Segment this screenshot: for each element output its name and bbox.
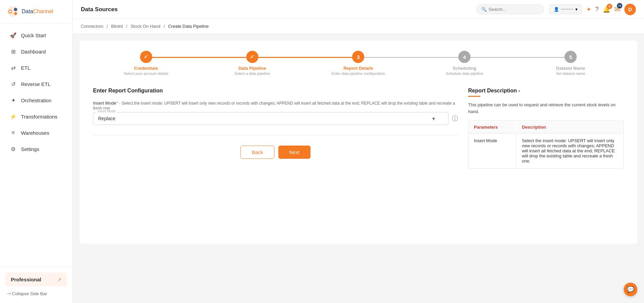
collapse-sidebar-button[interactable]: ⊣ Collapse Side Bar — [5, 290, 67, 298]
main-content: Data Sources 🔍 👤 •••••••• ▾ ✦ ? 🔔 5 ✉ — [73, 0, 644, 303]
step-4-label: Scheduling — [453, 66, 476, 71]
sidebar-item-label: Dashboard — [21, 49, 46, 55]
collapse-label: Collapse Side Bar — [12, 291, 47, 296]
sidebar-item-etl[interactable]: ⇄ ETL — [3, 60, 70, 75]
sidebar-logo: DataChannel — [0, 0, 72, 23]
insert-mode-label: Insert Mode* - Select the insert mode: U… — [93, 101, 458, 111]
notifications-badge: 5 — [607, 4, 612, 9]
chat-bubble-button[interactable]: 💬 — [624, 283, 637, 296]
reverse-etl-icon: ↺ — [9, 80, 17, 88]
sidebar-item-label: Settings — [21, 146, 39, 152]
param-name: Insert Mode — [469, 134, 516, 168]
step-scheduling: 4 Scheduling Schedule data pipeline — [411, 51, 518, 75]
step-report-details: 3 Report Details Enter data pipeline con… — [305, 51, 412, 75]
description-col-header: Description — [517, 121, 623, 133]
svg-point-2 — [14, 8, 17, 11]
chevron-down-icon: ▾ — [575, 7, 578, 12]
notifications-button[interactable]: 🔔 5 — [603, 6, 610, 13]
step-5-circle: 5 — [565, 51, 577, 63]
etl-icon: ⇄ — [9, 64, 17, 71]
form-content: Enter Report Configuration Insert Mode* … — [93, 88, 624, 169]
step-2-sublabel: Select a data pipeline — [234, 71, 270, 75]
insert-mode-select-row: Insert Mode Replace Upsert Append ▾ ⓘ — [93, 112, 458, 125]
search-input[interactable] — [489, 7, 539, 12]
header: Data Sources 🔍 👤 •••••••• ▾ ✦ ? 🔔 5 ✉ — [73, 0, 644, 19]
step-3-sublabel: Enter data pipeline configuration — [332, 71, 385, 75]
search-box[interactable]: 🔍 — [476, 4, 544, 14]
workspace-dropdown[interactable]: 👤 •••••••• ▾ — [549, 4, 582, 14]
workspace-icon: 👤 — [554, 7, 559, 12]
professional-label: Professional — [11, 277, 41, 282]
logo-data: Data — [22, 8, 33, 14]
warehouses-icon: ≡ — [9, 129, 17, 136]
step-1-circle: ✓ — [140, 51, 152, 63]
sidebar-item-label: ETL — [21, 65, 30, 71]
sidebar-item-settings[interactable]: ⚙ Settings — [3, 141, 70, 157]
transformations-icon: ⚡ — [9, 113, 17, 120]
step-2-circle: ✓ — [246, 51, 258, 63]
step-2-label: Data Pipeline — [238, 66, 266, 71]
back-button[interactable]: Back — [240, 146, 274, 159]
next-button[interactable]: Next — [278, 146, 310, 159]
sidebar-item-label: Warehouses — [21, 130, 49, 136]
sidebar-nav: 🚀 Quick Start ⊞ Dashboard ⇄ ETL ↺ Revers… — [0, 23, 72, 267]
content-area: Connectors / Blinkit / Stock On Hand / C… — [73, 19, 644, 303]
page-title: Data Sources — [81, 6, 476, 13]
step-1-sublabel: Select your account details — [124, 71, 168, 75]
breadcrumb: Connectors / Blinkit / Stock On Hand / C… — [73, 19, 644, 34]
step-1-line — [146, 57, 252, 58]
sidebar-item-quick-start[interactable]: 🚀 Quick Start — [3, 27, 70, 43]
sidebar-item-warehouses[interactable]: ≡ Warehouses — [3, 125, 70, 140]
logo-text: DataChannel — [22, 8, 53, 15]
step-data-pipeline: ✓ Data Pipeline Select a data pipeline — [199, 51, 305, 75]
info-icon[interactable]: ⓘ — [452, 114, 458, 123]
insert-mode-field-group: Insert Mode* - Select the insert mode: U… — [93, 101, 458, 125]
sidebar-item-reverse-etl[interactable]: ↺ Reverse ETL — [3, 76, 70, 92]
step-dataset-name: 5 Dataset Name Set dataset name — [518, 51, 624, 75]
insert-mode-floating-label: Insert Mode — [96, 109, 117, 113]
form-buttons: Back Next — [93, 146, 458, 159]
messages-button[interactable]: ✉ 72 — [614, 5, 620, 14]
insert-mode-select[interactable]: Replace Upsert Append — [93, 112, 448, 125]
professional-box[interactable]: Professional ↗ — [5, 273, 67, 286]
sidebar-item-transformations[interactable]: ⚡ Transformations — [3, 109, 70, 124]
sidebar-item-orchestration[interactable]: ✦ Orchestration — [3, 92, 70, 108]
svg-point-4 — [9, 10, 11, 13]
breadcrumb-stock: Stock On Hand — [131, 24, 160, 29]
sidebar-item-label: Reverse ETL — [21, 81, 51, 87]
step-4-sublabel: Schedule data pipeline — [446, 71, 483, 75]
step-1-label: Credentials — [134, 66, 158, 71]
messages-badge: 72 — [617, 3, 622, 8]
step-4-circle: 4 — [458, 51, 470, 63]
header-actions: 👤 •••••••• ▾ ✦ ? 🔔 5 ✉ 72 D — [549, 4, 636, 15]
parameters-col-header: Parameters — [469, 121, 516, 133]
settings-icon: ⚙ — [9, 145, 17, 153]
form-right: Report Description - This pipeline can b… — [468, 88, 624, 169]
step-3-label: Report Details — [343, 66, 373, 71]
chat-bubble-icon: 💬 — [627, 286, 634, 293]
breadcrumb-blinkit[interactable]: Blinkit — [111, 24, 123, 29]
breadcrumb-connectors[interactable]: Connectors — [81, 24, 103, 29]
help-button[interactable]: ? — [595, 6, 599, 13]
sidebar: DataChannel 🚀 Quick Start ⊞ Dashboard ⇄ … — [0, 0, 73, 303]
user-avatar[interactable]: D — [624, 4, 636, 15]
workspace-name: •••••••• — [561, 7, 573, 12]
logo-channel: Channel — [33, 8, 53, 14]
ai-button[interactable]: ✦ — [586, 6, 591, 13]
external-link-icon: ↗ — [58, 277, 62, 282]
dashboard-icon: ⊞ — [9, 48, 17, 55]
svg-point-3 — [14, 12, 17, 15]
sparkle-icon: ✦ — [586, 6, 591, 13]
search-icon: 🔍 — [481, 7, 487, 12]
rocket-icon: 🚀 — [9, 31, 17, 39]
insert-mode-select-wrapper: Insert Mode Replace Upsert Append ▾ — [93, 112, 448, 125]
sidebar-item-label: Transformations — [21, 114, 58, 120]
step-5-label: Dataset Name — [556, 66, 585, 71]
breadcrumb-current: Create Data Pipeline — [168, 24, 209, 29]
orchestration-icon: ✦ — [9, 96, 17, 104]
stepper: ✓ Credentials Select your account detail… — [93, 51, 624, 75]
form-divider — [93, 135, 458, 135]
step-2-line — [252, 57, 359, 58]
step-4-line — [464, 57, 571, 58]
sidebar-item-dashboard[interactable]: ⊞ Dashboard — [3, 44, 70, 59]
